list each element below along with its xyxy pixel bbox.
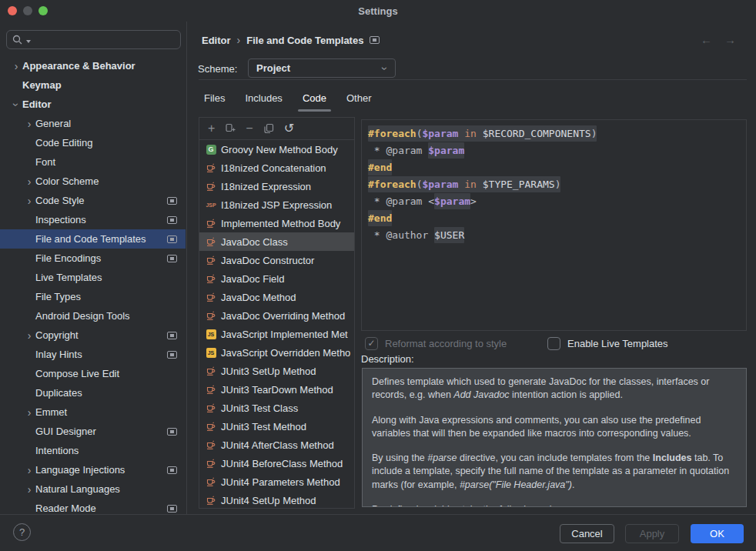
list-item-junit4-afterclass-method[interactable]: JUnit4 AfterClass Method [199,436,354,454]
checkbox-unchecked-icon[interactable] [547,337,560,350]
list-item-junit4-beforeclass-method[interactable]: JUnit4 BeforeClass Method [199,454,354,473]
tab-other[interactable]: Other [346,92,372,112]
sidebar-item-file-types[interactable]: File Types [0,287,186,306]
screen-icon [167,216,177,224]
sidebar-item-file-and-code-templates[interactable]: File and Code Templates [0,229,186,249]
sidebar-item-label: Code Editing [35,137,92,149]
list-item-javadoc-method[interactable]: JavaDoc Method [199,288,354,306]
chevron-collapsed-icon[interactable]: › [10,61,22,72]
sidebar-item-editor[interactable]: ›Editor [0,95,186,114]
sidebar-item-natural-languages[interactable]: ›Natural Languages [0,479,186,499]
sidebar-item-language-injections[interactable]: ›Language Injections [0,460,186,479]
chevron-collapsed-icon[interactable]: › [23,195,35,206]
template-name: JavaScript Overridden Metho [221,347,350,359]
chevron-expanded-icon[interactable]: › [11,99,22,111]
chevron-collapsed-icon[interactable]: › [23,484,35,495]
sidebar-item-reader-mode[interactable]: Reader Mode [0,499,186,518]
chevron-collapsed-icon[interactable]: › [23,465,35,476]
checkbox-checked-icon[interactable]: ✓ [365,337,378,350]
sidebar-item-label: Language Injections [35,464,125,476]
revert-template-icon[interactable]: ↺ [284,122,294,135]
sidebar-item-copyright[interactable]: ›Copyright [0,326,186,345]
java-file-icon [206,273,216,284]
search-box[interactable] [6,30,181,49]
cancel-button[interactable]: Cancel [560,524,614,543]
code-line: #end [362,159,746,176]
template-name: JUnit4 AfterClass Method [221,439,334,451]
sidebar-item-file-encodings[interactable]: File Encodings [0,249,186,268]
sidebar-item-emmet[interactable]: ›Emmet [0,402,186,422]
enable-live-templates-checkbox[interactable]: Enable Live Templates [547,336,668,350]
list-item-i18nized-jsp-expression[interactable]: JSPI18nized JSP Expression [199,195,354,214]
reformat-checkbox[interactable]: ✓ Reformat according to style [365,336,507,350]
scheme-dropdown[interactable]: Project › [248,58,396,78]
screen-icon [167,255,177,262]
list-item-groovy-new-method-body[interactable]: GGroovy New Method Body [199,140,354,159]
description-paragraph: Defines template which used to generate … [372,376,737,402]
ok-button[interactable]: OK [691,524,744,543]
sidebar-item-android-design-tools[interactable]: Android Design Tools [0,306,186,326]
breadcrumb-item-file-and-code-templates[interactable]: File and Code Templates [246,35,363,46]
tab-code[interactable]: Code [303,92,326,112]
sidebar-item-inlay-hints[interactable]: Inlay Hints [0,345,186,364]
list-item-javascript-overridden-metho[interactable]: JSJavaScript Overridden Metho [199,343,354,362]
list-item-junit4-parameters-method[interactable]: JUnit4 Parameters Method [199,473,354,491]
list-item-javadoc-constructor[interactable]: JavaDoc Constructor [199,251,354,269]
settings-search-input[interactable] [31,33,154,46]
chevron-collapsed-icon[interactable]: › [23,407,35,418]
sidebar-item-color-scheme[interactable]: ›Color Scheme [0,172,186,191]
sidebar-item-compose-live-edit[interactable]: Compose Live Edit [0,364,186,383]
sidebar-item-code-style[interactable]: ›Code Style [0,191,186,210]
list-item-junit4-setup-method[interactable]: JUnit4 SetUp Method [199,491,354,509]
sidebar-item-inspections[interactable]: Inspections [0,210,186,229]
apply-button[interactable]: Apply [625,524,679,543]
sidebar-item-appearance-behavior[interactable]: ›Appearance & Behavior [0,56,186,75]
sidebar-item-duplicates[interactable]: Duplicates [0,383,186,402]
tab-files[interactable]: Files [204,92,225,112]
sidebar-item-keymap[interactable]: Keymap [0,75,186,95]
screen-icon [167,332,177,339]
list-item-implemented-method-body[interactable]: Implemented Method Body [199,214,354,232]
chevron-collapsed-icon[interactable]: › [23,330,35,341]
help-button[interactable]: ? [13,523,31,541]
chevron-collapsed-icon[interactable]: › [23,119,35,129]
tab-includes[interactable]: Includes [245,92,282,112]
forward-arrow-icon[interactable]: → [724,33,736,46]
sidebar-item-gui-designer[interactable]: GUI Designer [0,422,186,441]
screen-icon [370,36,380,44]
sidebar-item-live-templates[interactable]: Live Templates [0,268,186,287]
sidebar-item-label: Compose Live Edit [35,368,119,379]
breadcrumb-item-editor[interactable]: Editor [202,35,231,46]
sidebar-item-label: Color Scheme [35,175,99,187]
java-file-icon [206,384,216,395]
sidebar-item-label: Reader Mode [35,503,96,514]
list-item-junit3-test-method[interactable]: JUnit3 Test Method [199,417,354,436]
java-file-icon [206,439,216,450]
list-item-junit3-test-class[interactable]: JUnit3 Test Class [199,399,354,417]
list-item-javadoc-overriding-method[interactable]: JavaDoc Overriding Method [199,306,354,325]
list-item-i18nized-concatenation[interactable]: I18nized Concatenation [199,159,354,177]
breadcrumb: Editor › File and Code Templates [202,34,380,46]
sidebar-item-intentions[interactable]: Intentions [0,441,186,460]
list-item-javascript-implemented-met[interactable]: JSJavaScript Implemented Met [199,325,354,343]
template-name: Groovy New Method Body [221,144,338,155]
back-arrow-icon[interactable]: ← [701,33,712,46]
sidebar-item-font[interactable]: Font [0,152,186,172]
copy-template-icon[interactable] [263,123,274,134]
screen-icon [167,505,177,513]
list-item-javadoc-class[interactable]: JavaDoc Class [199,232,354,251]
list-item-junit3-setup-method[interactable]: JUnit3 SetUp Method [199,362,354,380]
list-item-junit3-teardown-method[interactable]: JUnit3 TearDown Method [199,380,354,399]
template-name: JavaDoc Field [221,273,284,285]
chevron-collapsed-icon[interactable]: › [23,176,35,187]
template-editor[interactable]: #foreach($param in $RECORD_COMPONENTS) *… [361,119,747,331]
sidebar-item-label: Android Design Tools [35,310,130,322]
remove-template-icon[interactable]: − [246,122,253,135]
template-name: JUnit4 Parameters Method [221,476,340,488]
sidebar-item-general[interactable]: ›General [0,114,186,133]
sidebar-item-code-editing[interactable]: Code Editing [0,133,186,152]
list-item-javadoc-field[interactable]: JavaDoc Field [199,269,354,288]
duplicate-template-icon[interactable] [225,123,236,134]
add-template-icon[interactable]: + [208,122,215,135]
list-item-i18nized-expression[interactable]: I18nized Expression [199,177,354,195]
